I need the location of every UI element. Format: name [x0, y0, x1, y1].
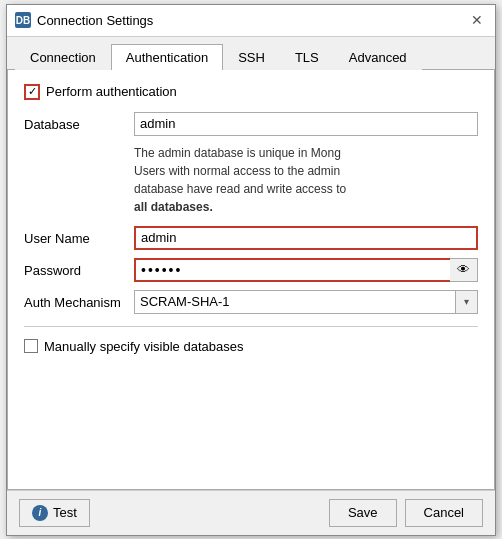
- title-bar: DB Connection Settings ✕: [7, 5, 495, 37]
- password-input[interactable]: [134, 258, 450, 282]
- test-button[interactable]: i Test: [19, 499, 90, 527]
- database-input[interactable]: [134, 112, 478, 136]
- footer: i Test Save Cancel: [7, 490, 495, 535]
- auth-mechanism-select-wrap: SCRAM-SHA-1 SCRAM-SHA-256 MONGODB-CR PLA…: [134, 290, 478, 314]
- select-arrow-icon: ▾: [456, 290, 478, 314]
- tab-connection[interactable]: Connection: [15, 44, 111, 70]
- perform-auth-label: Perform authentication: [46, 84, 177, 99]
- cancel-button[interactable]: Cancel: [405, 499, 483, 527]
- tab-content: Perform authentication Database The admi…: [7, 70, 495, 490]
- footer-right: Save Cancel: [329, 499, 483, 527]
- divider: [24, 326, 478, 327]
- title-bar-left: DB Connection Settings: [15, 12, 153, 28]
- perform-auth-checkbox[interactable]: [24, 84, 40, 100]
- manual-db-label: Manually specify visible databases: [44, 339, 243, 354]
- tab-bar: Connection Authentication SSH TLS Advanc…: [7, 37, 495, 70]
- window-icon: DB: [15, 12, 31, 28]
- username-label: User Name: [24, 229, 134, 246]
- tab-ssh[interactable]: SSH: [223, 44, 280, 70]
- test-icon: i: [32, 505, 48, 521]
- eye-icon: 👁: [457, 262, 470, 277]
- auth-mechanism-label: Auth Mechanism: [24, 293, 134, 310]
- info-text-bold: all databases.: [134, 200, 213, 214]
- manual-db-row: Manually specify visible databases: [24, 339, 478, 354]
- password-label: Password: [24, 261, 134, 278]
- show-password-button[interactable]: 👁: [450, 258, 478, 282]
- connection-settings-window: DB Connection Settings ✕ Connection Auth…: [6, 4, 496, 536]
- username-input[interactable]: [134, 226, 478, 250]
- password-input-wrap: 👁: [134, 258, 478, 282]
- auth-mechanism-select[interactable]: SCRAM-SHA-1 SCRAM-SHA-256 MONGODB-CR PLA…: [134, 290, 456, 314]
- database-row: Database: [24, 112, 478, 136]
- password-row: Password 👁: [24, 258, 478, 282]
- tab-authentication[interactable]: Authentication: [111, 44, 223, 70]
- auth-mechanism-row: Auth Mechanism SCRAM-SHA-1 SCRAM-SHA-256…: [24, 290, 478, 314]
- tab-advanced[interactable]: Advanced: [334, 44, 422, 70]
- username-row: User Name: [24, 226, 478, 250]
- save-button[interactable]: Save: [329, 499, 397, 527]
- test-button-label: Test: [53, 505, 77, 520]
- database-label: Database: [24, 115, 134, 132]
- window-title: Connection Settings: [37, 13, 153, 28]
- perform-auth-row: Perform authentication: [24, 84, 478, 100]
- username-input-wrap: [134, 226, 478, 250]
- close-button[interactable]: ✕: [467, 10, 487, 30]
- manual-db-checkbox[interactable]: [24, 339, 38, 353]
- database-info-text: The admin database is unique in Mong Use…: [24, 144, 478, 216]
- tab-tls[interactable]: TLS: [280, 44, 334, 70]
- database-input-wrap: [134, 112, 478, 136]
